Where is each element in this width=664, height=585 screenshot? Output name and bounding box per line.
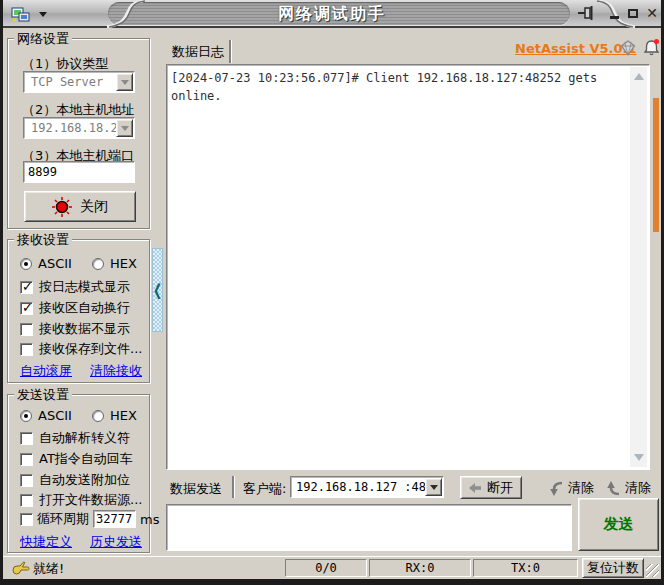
status-tx: TX:0 xyxy=(473,559,578,577)
resize-grip[interactable] xyxy=(646,564,659,577)
connection-status-icon xyxy=(52,197,72,217)
log-mode-label: 按日志模式显示 xyxy=(39,278,130,296)
app-window: 网络调试助手 ✕ 网络设置 （1）协议类型 TCP Server （2）本地主机… xyxy=(0,0,664,585)
log-scrollbar[interactable] xyxy=(630,67,647,467)
send-format-row: ASCII HEX xyxy=(20,408,137,423)
send-input[interactable] xyxy=(166,504,572,551)
reset-count-label: 复位计数 xyxy=(587,559,639,577)
save-to-file-option[interactable]: 接收保存到文件... xyxy=(20,340,142,358)
close-button-label: 关闭 xyxy=(80,198,108,216)
client-value: 192.168.18.127 :48252 xyxy=(291,480,425,494)
clear-send-button[interactable]: 清除 xyxy=(605,479,651,497)
close-button[interactable]: ✕ xyxy=(643,4,661,22)
word-wrap-option[interactable]: 接收区自动换行 xyxy=(20,299,130,317)
minimize-button[interactable] xyxy=(605,4,623,22)
send-ascii-label: ASCII xyxy=(38,408,72,423)
save-to-file-label: 接收保存到文件... xyxy=(39,340,142,358)
file-source-checkbox[interactable] xyxy=(20,494,33,507)
panel-collapse-handle[interactable]: ❮ xyxy=(152,248,163,332)
status-ready: 就绪! xyxy=(33,560,64,578)
receive-settings-group: 接收设置 ASCII HEX 按日志模式显示 接收区自动换行 接收数据不显示 接… xyxy=(7,239,150,383)
append-bits-option[interactable]: 自动发送附加位 xyxy=(20,471,130,489)
client-select[interactable]: 192.168.18.127 :48252 xyxy=(290,476,444,498)
protocol-select[interactable]: TCP Server xyxy=(23,71,135,93)
tab-data-log[interactable]: 数据日志 xyxy=(172,43,224,61)
receive-hex-radio[interactable] xyxy=(92,258,104,270)
scroll-down-icon[interactable] xyxy=(634,454,644,461)
escape-option[interactable]: 自动解析转义符 xyxy=(20,429,130,447)
clear-send-label: 清除 xyxy=(625,479,651,497)
cycle-option[interactable]: 循环周期 ms xyxy=(20,510,159,528)
autoscroll-link[interactable]: 自动滚屏 xyxy=(20,362,72,380)
send-hex-radio[interactable] xyxy=(92,410,104,422)
log-output-area[interactable]: [2024-07-23 10:23:56.077]# Client 192.16… xyxy=(166,64,650,470)
maximize-button[interactable] xyxy=(624,4,642,22)
send-hex-label: HEX xyxy=(110,408,137,423)
shortcut-link[interactable]: 快捷定义 xyxy=(20,533,72,551)
network-settings-title: 网络设置 xyxy=(14,30,72,48)
clear-receive-button[interactable]: 清除 xyxy=(548,479,594,497)
client-dropdown-icon[interactable] xyxy=(425,478,442,496)
receive-ascii-radio[interactable] xyxy=(20,258,32,270)
log-content: [2024-07-23 10:23:56.077]# Client 192.16… xyxy=(171,69,627,105)
hide-received-option[interactable]: 接收数据不显示 xyxy=(20,320,130,338)
clear-receive-label: 清除 xyxy=(568,479,594,497)
client-label: 客户端: xyxy=(243,480,286,498)
host-dropdown-icon[interactable] xyxy=(116,119,133,137)
diamond-icon[interactable] xyxy=(619,39,637,57)
window-title: 网络调试助手 xyxy=(3,4,661,25)
cycle-checkbox[interactable] xyxy=(20,513,33,526)
escape-label: 自动解析转义符 xyxy=(39,429,130,447)
protocol-value: TCP Server xyxy=(24,75,116,89)
status-counter: 0/0 xyxy=(285,559,367,577)
send-button[interactable]: 发送 xyxy=(578,498,659,551)
receive-format-row: ASCII HEX xyxy=(20,256,137,271)
send-button-label: 发送 xyxy=(604,515,634,534)
log-mode-checkbox[interactable] xyxy=(20,281,33,294)
file-source-option[interactable]: 打开文件数据源... xyxy=(20,491,142,509)
word-wrap-checkbox[interactable] xyxy=(20,302,33,315)
at-cr-checkbox[interactable] xyxy=(20,453,33,466)
cycle-unit: ms xyxy=(140,512,159,527)
notification-bell-icon[interactable] xyxy=(642,38,661,57)
disconnect-server-button[interactable]: 关闭 xyxy=(24,191,136,222)
tab-data-send[interactable]: 数据发送 xyxy=(170,480,222,498)
disconnect-client-button[interactable]: 断开 xyxy=(460,476,522,499)
escape-checkbox[interactable] xyxy=(20,432,33,445)
word-wrap-label: 接收区自动换行 xyxy=(39,299,130,317)
cycle-label: 循环周期 xyxy=(37,510,89,528)
protocol-dropdown-icon[interactable] xyxy=(116,73,133,91)
send-links-row: 快捷定义 历史发送 xyxy=(20,533,142,551)
host-value: 192.168.18.234 xyxy=(24,121,116,135)
pointing-hand-icon xyxy=(11,561,30,576)
disconnect-label: 断开 xyxy=(487,479,513,497)
hide-received-checkbox[interactable] xyxy=(20,323,33,336)
network-settings-group: 网络设置 （1）协议类型 TCP Server （2）本地主机地址 192.16… xyxy=(7,38,150,229)
history-link[interactable]: 历史发送 xyxy=(90,533,142,551)
receive-settings-title: 接收设置 xyxy=(14,231,72,249)
save-to-file-checkbox[interactable] xyxy=(20,343,33,356)
clear-receive-link[interactable]: 清除接收 xyxy=(90,362,142,380)
pin-icon[interactable] xyxy=(577,4,597,22)
append-bits-label: 自动发送附加位 xyxy=(39,471,130,489)
back-arrow-icon xyxy=(469,483,482,493)
titlebar[interactable]: 网络调试助手 ✕ xyxy=(3,0,661,28)
edge-scroll-thumb[interactable] xyxy=(653,98,659,232)
send-ascii-radio[interactable] xyxy=(20,410,32,422)
collapse-chevron-icon: ❮ xyxy=(153,281,162,299)
receive-links-row: 自动滚屏 清除接收 xyxy=(20,362,142,380)
log-mode-option[interactable]: 按日志模式显示 xyxy=(20,278,130,296)
file-source-label: 打开文件数据源... xyxy=(39,491,142,509)
append-bits-checkbox[interactable] xyxy=(20,474,33,487)
status-rx: RX:0 xyxy=(369,559,471,577)
cycle-input[interactable] xyxy=(93,510,136,528)
scroll-up-icon[interactable] xyxy=(634,73,644,80)
receive-hex-label: HEX xyxy=(110,256,137,271)
at-cr-option[interactable]: AT指令自动回车 xyxy=(20,450,133,468)
host-select[interactable]: 192.168.18.234 xyxy=(23,117,135,139)
reset-count-button[interactable]: 复位计数 xyxy=(582,558,644,578)
send-tab-separator xyxy=(232,476,234,498)
port-input[interactable] xyxy=(23,161,135,183)
arrow-up-icon xyxy=(605,480,621,497)
statusbar: 就绪! 0/0 RX:0 TX:0 复位计数 xyxy=(3,556,661,579)
